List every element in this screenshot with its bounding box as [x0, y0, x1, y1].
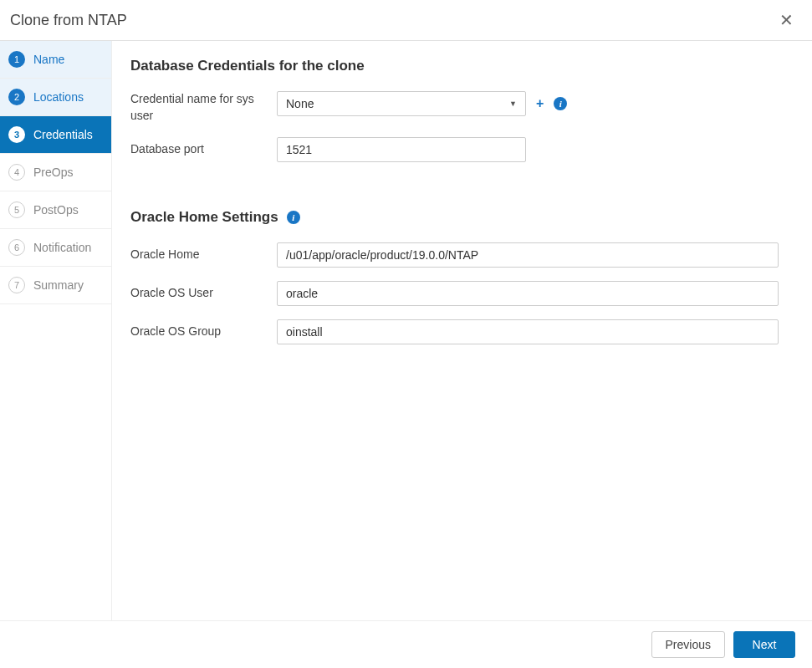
step-number: 6 [8, 239, 25, 256]
credential-name-value: None [286, 97, 314, 110]
wizard-sidebar: 1 Name 2 Locations 3 Credentials 4 PreOp… [0, 41, 112, 620]
next-button[interactable]: Next [733, 631, 795, 658]
credential-name-select[interactable]: None ▼ [277, 91, 526, 116]
sidebar-step-preops[interactable]: 4 PreOps [0, 154, 111, 191]
oracle-os-group-label: Oracle OS Group [130, 324, 277, 340]
step-label: PostOps [33, 203, 79, 217]
previous-button[interactable]: Previous [651, 631, 725, 658]
caret-down-icon: ▼ [509, 99, 517, 108]
add-credential-icon[interactable]: + [536, 96, 544, 111]
sidebar-step-locations[interactable]: 2 Locations [0, 79, 111, 116]
info-icon[interactable]: i [554, 97, 567, 110]
dialog-title: Clone from NTAP [10, 12, 127, 29]
credentials-section-title: Database Credentials for the clone [130, 58, 785, 74]
database-port-input[interactable] [277, 137, 526, 162]
sidebar-step-credentials[interactable]: 3 Credentials [0, 116, 111, 154]
oracle-os-user-input[interactable] [277, 281, 779, 306]
database-port-label: Database port [130, 141, 277, 158]
step-number: 4 [8, 164, 25, 181]
sidebar-step-summary[interactable]: 7 Summary [0, 267, 111, 304]
step-label: Notification [33, 241, 91, 254]
oracle-section-title: Oracle Home Settings [130, 209, 278, 226]
step-label: Name [33, 53, 64, 66]
close-icon[interactable]: ✕ [776, 8, 797, 32]
info-icon[interactable]: i [287, 211, 300, 224]
credential-name-label: Credential name for sys user [130, 91, 277, 124]
step-number: 7 [8, 277, 25, 293]
step-number: 1 [8, 51, 25, 68]
step-label: PreOps [33, 166, 73, 179]
sidebar-step-postops[interactable]: 5 PostOps [0, 191, 111, 229]
sidebar-step-notification[interactable]: 6 Notification [0, 229, 111, 267]
content-area: Database Credentials for the clone Crede… [112, 41, 812, 620]
step-number: 3 [8, 126, 25, 143]
step-number: 2 [8, 89, 25, 105]
oracle-os-user-label: Oracle OS User [130, 285, 277, 302]
step-label: Credentials [33, 128, 93, 141]
step-label: Locations [33, 90, 84, 104]
sidebar-step-name[interactable]: 1 Name [0, 41, 111, 79]
step-label: Summary [33, 278, 84, 292]
step-number: 5 [8, 201, 25, 218]
oracle-home-label: Oracle Home [130, 247, 277, 263]
oracle-home-input[interactable] [277, 242, 779, 268]
oracle-os-group-input[interactable] [277, 319, 779, 344]
